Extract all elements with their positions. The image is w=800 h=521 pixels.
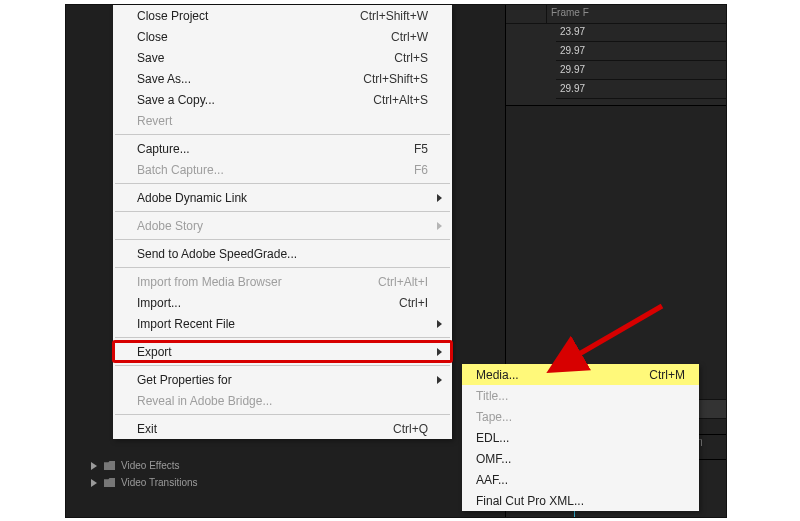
framerate-cell: 29.97 bbox=[556, 80, 726, 99]
submenu-item-tape: Tape... bbox=[462, 406, 699, 427]
submenu-item-edl[interactable]: EDL... bbox=[462, 427, 699, 448]
menu-item-get-properties-for[interactable]: Get Properties for bbox=[113, 369, 452, 390]
framerate-cell: 29.97 bbox=[556, 61, 726, 80]
framerate-cell: 23.97 bbox=[556, 23, 726, 42]
menu-item-adobe-dynamic-link[interactable]: Adobe Dynamic Link bbox=[113, 187, 452, 208]
menu-item-close[interactable]: CloseCtrl+W bbox=[113, 26, 452, 47]
menu-item-save[interactable]: SaveCtrl+S bbox=[113, 47, 452, 68]
menu-separator bbox=[115, 183, 450, 184]
menu-item-close-project[interactable]: Close ProjectCtrl+Shift+W bbox=[113, 5, 452, 26]
submenu-item-final-cut-pro-xml[interactable]: Final Cut Pro XML... bbox=[462, 490, 699, 511]
menu-item-save-as[interactable]: Save As...Ctrl+Shift+S bbox=[113, 68, 452, 89]
menu-separator bbox=[115, 267, 450, 268]
menu-item-shortcut: Ctrl+S bbox=[394, 51, 428, 65]
menu-item-import-from-media-browser: Import from Media BrowserCtrl+Alt+I bbox=[113, 271, 452, 292]
menu-item-label: Adobe Story bbox=[137, 219, 428, 233]
menu-item-shortcut: Ctrl+Alt+S bbox=[373, 93, 428, 107]
menu-separator bbox=[115, 365, 450, 366]
submenu-item-aaf[interactable]: AAF... bbox=[462, 469, 699, 490]
submenu-arrow-icon bbox=[437, 320, 442, 328]
menu-item-shortcut: Ctrl+Shift+S bbox=[363, 72, 428, 86]
tree-node-video-effects[interactable]: Video Effects bbox=[90, 457, 390, 474]
menu-item-label: Save bbox=[137, 51, 394, 65]
menu-item-send-to-adobe-speedgrade[interactable]: Send to Adobe SpeedGrade... bbox=[113, 243, 452, 264]
menu-item-label: Reveal in Adobe Bridge... bbox=[137, 394, 428, 408]
menu-separator bbox=[115, 211, 450, 212]
menu-item-label: Import from Media Browser bbox=[137, 275, 378, 289]
menu-item-label: Export bbox=[137, 345, 428, 359]
menu-item-reveal-in-adobe-bridge: Reveal in Adobe Bridge... bbox=[113, 390, 452, 411]
menu-separator bbox=[115, 337, 450, 338]
submenu-arrow-icon bbox=[437, 376, 442, 384]
submenu-item-title: Title... bbox=[462, 385, 699, 406]
menu-item-capture[interactable]: Capture...F5 bbox=[113, 138, 452, 159]
menu-item-label: Send to Adobe SpeedGrade... bbox=[137, 247, 428, 261]
svg-marker-1 bbox=[91, 479, 97, 487]
menu-item-save-a-copy[interactable]: Save a Copy...Ctrl+Alt+S bbox=[113, 89, 452, 110]
menu-item-revert: Revert bbox=[113, 110, 452, 131]
menu-item-shortcut: Ctrl+W bbox=[391, 30, 428, 44]
menu-item-label: Get Properties for bbox=[137, 373, 428, 387]
menu-item-label: Import Recent File bbox=[137, 317, 428, 331]
menu-item-label: Close bbox=[137, 30, 391, 44]
submenu-item-label: Tape... bbox=[476, 410, 685, 424]
menu-item-exit[interactable]: ExitCtrl+Q bbox=[113, 418, 452, 439]
tree-node-video-transitions[interactable]: Video Transitions bbox=[90, 474, 390, 491]
menu-item-label: Import... bbox=[137, 296, 399, 310]
menu-item-shortcut: Ctrl+Q bbox=[393, 422, 428, 436]
submenu-arrow-icon bbox=[437, 348, 442, 356]
menu-item-label: Save a Copy... bbox=[137, 93, 373, 107]
menu-item-shortcut: Ctrl+I bbox=[399, 296, 428, 310]
submenu-item-label: Media... bbox=[476, 368, 649, 382]
submenu-item-omf[interactable]: OMF... bbox=[462, 448, 699, 469]
submenu-item-label: OMF... bbox=[476, 452, 685, 466]
menu-item-import-recent-file[interactable]: Import Recent File bbox=[113, 313, 452, 334]
menu-item-batch-capture: Batch Capture...F6 bbox=[113, 159, 452, 180]
submenu-item-label: Final Cut Pro XML... bbox=[476, 494, 685, 508]
menu-item-shortcut: F5 bbox=[414, 142, 428, 156]
panel-column-header: Frame F bbox=[506, 5, 726, 24]
framerate-cell: 29.97 bbox=[556, 42, 726, 61]
tree-node-label: Video Effects bbox=[121, 460, 180, 471]
submenu-item-label: EDL... bbox=[476, 431, 685, 445]
menu-item-import[interactable]: Import...Ctrl+I bbox=[113, 292, 452, 313]
svg-marker-0 bbox=[91, 462, 97, 470]
file-menu: Close ProjectCtrl+Shift+WCloseCtrl+WSave… bbox=[113, 5, 452, 439]
project-tree: Video Effects Video Transitions bbox=[66, 457, 390, 517]
menu-item-label: Save As... bbox=[137, 72, 363, 86]
menu-item-export[interactable]: Export bbox=[113, 341, 452, 362]
tree-node-label: Video Transitions bbox=[121, 477, 198, 488]
menu-item-shortcut: Ctrl+Shift+W bbox=[360, 9, 428, 23]
folder-icon bbox=[104, 461, 115, 470]
menu-item-label: Capture... bbox=[137, 142, 414, 156]
panel-rows: 23.97 29.97 29.97 29.97 bbox=[556, 23, 726, 99]
menu-item-label: Exit bbox=[137, 422, 393, 436]
menu-item-label: Revert bbox=[137, 114, 428, 128]
menu-item-shortcut: Ctrl+Alt+I bbox=[378, 275, 428, 289]
export-submenu: Media...Ctrl+MTitle...Tape...EDL...OMF..… bbox=[462, 364, 699, 511]
submenu-arrow-icon bbox=[437, 194, 442, 202]
menu-item-label: Close Project bbox=[137, 9, 360, 23]
submenu-item-shortcut: Ctrl+M bbox=[649, 368, 685, 382]
menu-separator bbox=[115, 414, 450, 415]
submenu-arrow-icon bbox=[437, 222, 442, 230]
menu-separator bbox=[115, 239, 450, 240]
menu-item-adobe-story: Adobe Story bbox=[113, 215, 452, 236]
submenu-item-media[interactable]: Media...Ctrl+M bbox=[462, 364, 699, 385]
panel-column-label: Frame F bbox=[546, 5, 589, 23]
submenu-item-label: AAF... bbox=[476, 473, 685, 487]
submenu-item-label: Title... bbox=[476, 389, 685, 403]
folder-icon bbox=[104, 478, 115, 487]
menu-separator bbox=[115, 134, 450, 135]
menu-item-label: Batch Capture... bbox=[137, 163, 414, 177]
menu-item-shortcut: F6 bbox=[414, 163, 428, 177]
menu-item-label: Adobe Dynamic Link bbox=[137, 191, 428, 205]
